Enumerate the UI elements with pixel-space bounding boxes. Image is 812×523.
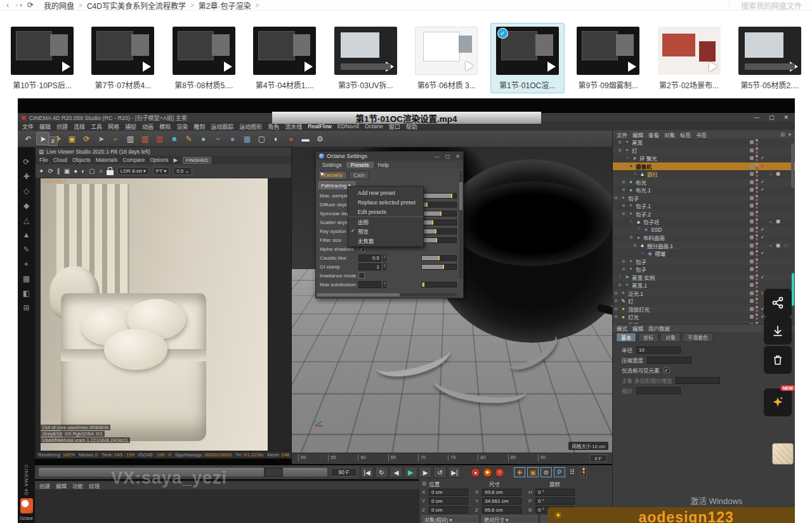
c4d-menu-item[interactable]: RealFlow [308, 123, 332, 129]
region-scale-field[interactable]: 0.5 ⌄ [173, 167, 192, 175]
object-manager-menu-item[interactable]: 编辑 [632, 131, 643, 138]
c4d-toolbar-icon[interactable]: ● [284, 132, 298, 145]
attribute-menu-item[interactable]: 模式 [617, 324, 627, 332]
setting-checkbox[interactable] [358, 272, 365, 279]
object-toggles[interactable] [750, 195, 795, 201]
visibility-dots[interactable] [756, 282, 759, 288]
enable-check[interactable]: ✓ [761, 156, 766, 161]
expand-icon[interactable]: ⊕ [629, 235, 635, 240]
attribute-tab[interactable]: 基本 [616, 333, 636, 342]
layer-chip[interactable] [750, 196, 754, 200]
coords-size-dropdown[interactable]: 绝对尺寸 ▾ [481, 515, 537, 523]
setting-slider[interactable] [421, 202, 457, 208]
texture-tag-icon[interactable]: ▦ [775, 171, 781, 176]
c4d-mode-icon[interactable]: ✎ [23, 245, 29, 254]
setting-slider[interactable] [421, 220, 457, 225]
c4d-toolbar-icon[interactable]: ✎ [182, 132, 195, 145]
video-thumbnail[interactable]: ✓ 第1节·01OC渲... [490, 23, 565, 93]
layer-chip[interactable] [750, 149, 754, 152]
visibility-dots[interactable] [756, 258, 759, 265]
thumbnail-image[interactable]: ✓ [11, 27, 74, 75]
visibility-dots[interactable] [756, 242, 759, 249]
search-input[interactable]: 搜索我的网盘文件 [729, 0, 812, 11]
layer-chip[interactable] [750, 220, 754, 223]
object-manager-menu-item[interactable]: 对象 [664, 131, 675, 138]
render-preview-image[interactable]: Check: http:// Out of core used/max 0KB/… [41, 178, 268, 452]
layer-chip[interactable] [750, 204, 754, 208]
thumbnail-image[interactable]: ✓ [253, 27, 316, 75]
object-toggles[interactable]: ✓ [750, 227, 795, 233]
object-tree-item[interactable]: ⊕ ● 摄像机 ✕ [613, 162, 795, 171]
object-tree-item[interactable]: ⊕ ⌖ 包子.2 [613, 210, 795, 218]
c4d-menu-item[interactable]: 创建 [56, 122, 68, 131]
refresh-icon[interactable]: ⟳ [27, 1, 34, 10]
dialog-menu-item[interactable]: Help [374, 162, 393, 168]
preset-menu-item[interactable]: Add new preset [348, 188, 423, 197]
layer-chip[interactable] [750, 156, 754, 160]
c4d-mode-icon[interactable]: ⌖ [24, 260, 29, 268]
expand-icon[interactable]: ⊕ [622, 203, 627, 208]
object-toggles[interactable] [750, 266, 795, 272]
expand-icon[interactable]: └ [629, 220, 635, 224]
visibility-dots[interactable] [756, 179, 759, 185]
object-tree-item[interactable]: └ ◆ 褶皱 ✓ [613, 249, 795, 258]
transport-button[interactable]: ▶ [404, 467, 417, 478]
visibility-dots[interactable] [756, 306, 759, 312]
visibility-dots[interactable] [756, 171, 759, 177]
transport-button[interactable]: ↻ [375, 467, 388, 478]
download-button[interactable] [764, 317, 792, 345]
visibility-dots[interactable] [756, 218, 759, 225]
object-manager-menu-item[interactable]: 书签 [696, 131, 707, 138]
visibility-dots[interactable] [756, 250, 759, 256]
layer-chip[interactable] [750, 307, 754, 311]
c4d-toolbar-icon[interactable]: ▦ [240, 132, 254, 145]
dialog-menu-item[interactable]: Settings [318, 162, 346, 168]
c4d-mode-icon[interactable]: ◇ [23, 187, 29, 195]
setting-value-field[interactable]: 1 [358, 263, 381, 270]
c4d-toolbar-icon[interactable]: ◐ [270, 132, 283, 145]
attribute-tab[interactable]: 对象 [660, 333, 681, 342]
c4d-toolbar-icon[interactable]: ▥ [138, 132, 152, 145]
setting-slider[interactable] [421, 193, 457, 199]
live-viewer-menu-item[interactable]: ▶ [174, 157, 178, 163]
visibility-dots[interactable] [756, 227, 759, 233]
dialog-titlebar[interactable]: Octane Settings —▢✕ [316, 152, 463, 161]
key-toggle-button[interactable]: ⚙ [540, 467, 552, 477]
object-toggles[interactable] [750, 258, 795, 265]
window-control-icon[interactable]: — [754, 114, 759, 121]
layer-chip[interactable] [750, 283, 754, 287]
c4d-menu-item[interactable]: 编辑 [39, 122, 51, 131]
expand-icon[interactable]: ⊕ [614, 195, 620, 201]
c4d-toolbar-icon[interactable]: Z [48, 136, 58, 146]
c4d-toolbar-icon[interactable]: ▢ [255, 132, 268, 145]
tree-scrollbar[interactable] [791, 143, 794, 188]
expand-icon[interactable]: ⊕ [614, 314, 620, 319]
texture-swatch-thumbnail[interactable] [772, 443, 794, 465]
object-toggles[interactable]: ✓ [750, 250, 795, 256]
video-thumbnail[interactable]: ✓ 第2节·02场景布... [652, 23, 726, 93]
c4d-menu-item[interactable]: 捕捉 [125, 122, 136, 131]
layer-chip[interactable] [750, 235, 754, 239]
live-viewer-tool-icon[interactable]: ✦ [39, 168, 44, 175]
preset-menu-item[interactable]: 出图 [348, 216, 423, 226]
size-field[interactable]: 34.561 cm [482, 498, 521, 505]
expand-icon[interactable]: ⊕ [633, 243, 639, 248]
material-list-area[interactable] [35, 489, 419, 523]
breadcrumb-item[interactable]: 我的网盘 [44, 0, 74, 11]
preset-menu-item[interactable]: Edit presets [348, 207, 423, 216]
material-menu-item[interactable]: 纹理 [89, 482, 100, 489]
live-viewer-tool-icon[interactable]: ◐ [81, 168, 85, 175]
c4d-toolbar-icon[interactable]: ▥ [153, 132, 166, 145]
kernel-mode-dropdown[interactable]: PT ▾ [153, 167, 169, 175]
dialog-window-control[interactable]: ▢ [445, 154, 450, 159]
expand-icon[interactable]: └ [625, 156, 631, 161]
c4d-mode-icon[interactable]: ✚ [23, 172, 29, 181]
c4d-mode-icon[interactable]: △ [23, 216, 29, 225]
transport-button[interactable]: ◀ [390, 467, 403, 478]
object-toggles[interactable]: ✓ [750, 187, 795, 193]
layer-chip[interactable] [750, 164, 754, 168]
expand-icon[interactable]: └ [637, 227, 643, 232]
video-thumbnail[interactable]: ✓ 第7节·07材质4... [86, 23, 160, 93]
object-tree-item[interactable]: ⊕ ▲ 细分曲面.1 ▪ ▦ ⚠ [613, 242, 795, 250]
keyframe-options-icon[interactable]: ⠿ [570, 468, 575, 477]
